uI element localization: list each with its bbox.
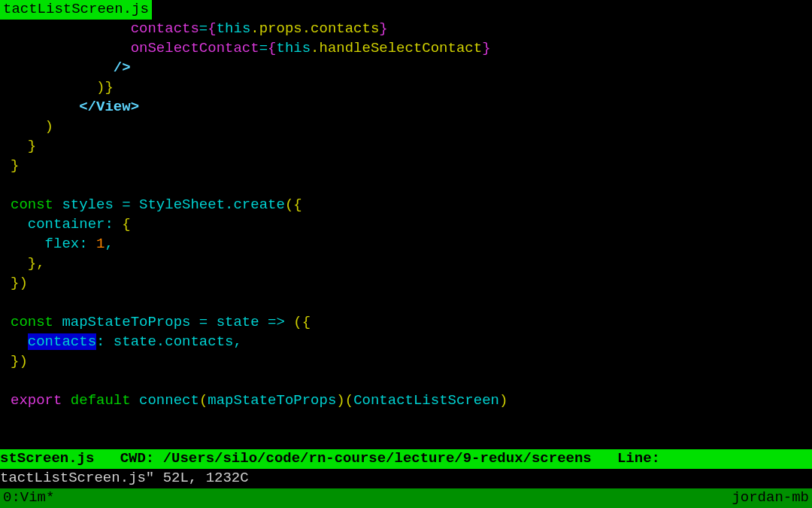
code-token: = [259,40,268,56]
code-token: }) [11,275,28,291]
code-token: styles [53,196,122,213]
code-line: } [11,137,812,157]
code-token: )( [336,392,353,409]
code-token: state [208,314,268,330]
tab-active-filename[interactable]: tactListScreen.js [0,0,152,20]
tmux-window-name: 0:Vim* [3,488,54,508]
code-token: )} [96,79,114,96]
code-line [11,176,812,196]
code-token: default [71,392,131,409]
code-line: }) [11,352,812,372]
code-line: }) [11,274,812,294]
code-line: const styles = StyleSheet.create({ [11,196,812,215]
code-token: .props.contacts [250,20,379,37]
code-token: = [199,314,208,330]
tmux-hostname: jordan-mb [732,488,809,508]
code-token: ({ [285,196,302,213]
code-line: /> [11,59,812,78]
code-token: { [268,40,276,56]
code-token: ) [45,118,53,135]
code-token: { [208,20,216,37]
code-token: 1 [96,236,105,252]
code-token: } [28,138,36,154]
message-line: tactListScreen.js" 52L, 1232C [0,469,812,488]
code-token: contacts [131,20,199,37]
code-token: .handleSelectContact [311,40,482,56]
code-token: /> [114,59,131,76]
code-line: )} [11,78,812,98]
code-token: contacts [28,333,96,350]
code-token: ( [199,392,208,409]
code-line: } [11,157,812,176]
code-token: }) [11,353,28,370]
code-line: onSelectContact={this.handleSelectContac… [11,39,812,59]
code-token: export [11,392,62,409]
code-token: container [28,216,105,233]
code-token: : [105,216,122,233]
code-line [11,294,812,313]
code-token: const [11,314,53,330]
code-line: container: { [11,215,812,235]
code-token: { [122,216,130,233]
code-token: </View> [79,99,139,115]
code-token: }, [28,255,45,272]
code-line: }, [11,254,812,274]
status-cwd-path: /Users/silo/code/rn-course/lecture/9-red… [163,450,592,467]
code-line: </View> [11,98,812,117]
status-line: stScreen.js CWD: /Users/silo/code/rn-cou… [0,449,812,469]
status-line-label: Line: [617,450,660,467]
code-token: connect [131,392,199,409]
code-token: this [276,40,311,56]
code-line: contacts={this.props.contacts} [11,20,812,39]
code-token: flex [45,236,80,252]
code-token: StyleSheet.create [131,196,285,213]
code-line: contacts: state.contacts, [11,333,812,352]
code-line: ) [11,117,812,137]
code-token: } [379,20,387,37]
code-token: , [105,236,113,252]
code-line: const mapStateToProps = state => ({ [11,313,812,333]
code-line: export default connect(mapStateToProps)(… [11,391,812,411]
code-token: mapStateToProps [208,392,336,409]
code-token: ContactListScreen [353,392,499,409]
code-token: ({ [293,314,311,330]
code-token: = [199,20,208,37]
code-token: } [482,40,490,56]
code-token: = [122,196,130,213]
code-token: : [79,236,96,252]
code-editor[interactable]: contacts={this.props.contacts} onSelectC… [0,20,812,411]
message-text: tactListScreen.js" 52L, 1232C [0,470,249,486]
status-filename: stScreen.js [0,450,94,467]
code-token: onSelectContact [131,40,259,56]
code-line [11,372,812,391]
code-token: ) [499,392,508,409]
code-token [62,392,70,409]
status-cwd-label: CWD: [120,450,155,467]
code-token: const [11,196,53,213]
code-token [285,314,293,330]
code-token: } [11,157,19,174]
code-token: => [268,314,285,330]
code-token: mapStateToProps [53,314,199,330]
code-token: : state.contacts, [96,333,242,350]
tmux-status-bar: 0:Vim* jordan-mb [0,488,812,508]
tab-bar: tactListScreen.js [0,0,812,20]
code-token: this [217,20,251,37]
code-line: flex: 1, [11,235,812,254]
